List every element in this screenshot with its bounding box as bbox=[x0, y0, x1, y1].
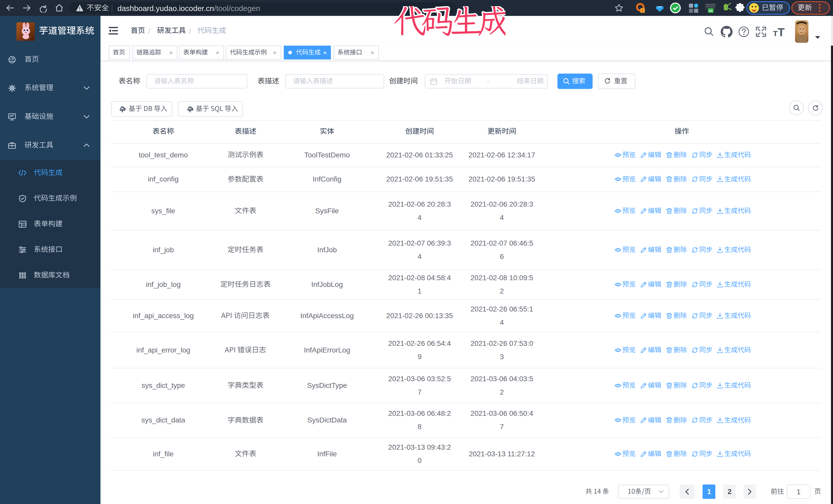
svg-text:1: 1 bbox=[642, 9, 643, 13]
svg-text:on: on bbox=[709, 9, 713, 13]
